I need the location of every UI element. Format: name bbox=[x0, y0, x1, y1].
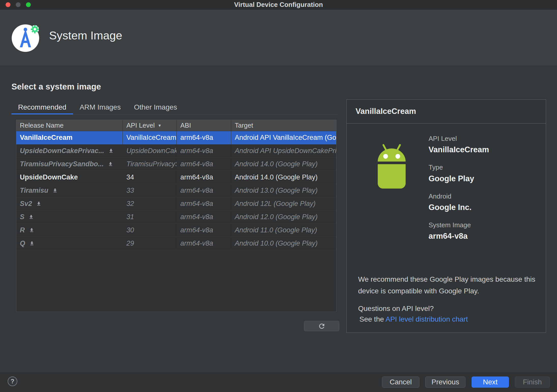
tab-bar: Recommended ARM Images Other Images bbox=[11, 101, 338, 115]
target-cell: Android 11.0 (Google Play) bbox=[231, 224, 336, 237]
android-robot-icon bbox=[370, 142, 414, 192]
field-label: System Image bbox=[429, 221, 489, 229]
detail-field-api-level: API Level VanillaIceCream bbox=[429, 135, 489, 154]
next-button[interactable]: Next bbox=[472, 376, 509, 388]
detail-field-type: Type Google Play bbox=[429, 163, 489, 183]
api-level-cell: 33 bbox=[123, 184, 177, 197]
release-name-cell: S bbox=[16, 210, 123, 223]
abi-cell: arm64-v8a bbox=[177, 144, 231, 157]
column-header-release-name[interactable]: Release Name bbox=[16, 120, 123, 131]
download-icon[interactable] bbox=[108, 161, 113, 167]
help-button[interactable]: ? bbox=[8, 376, 17, 386]
page-title: System Image bbox=[49, 29, 122, 42]
api-level-distribution-chart-link[interactable]: API level distribution chart bbox=[386, 315, 468, 323]
close-window-button[interactable] bbox=[6, 2, 10, 7]
section-heading: Select a system image bbox=[11, 82, 101, 92]
api-level-cell: 31 bbox=[123, 210, 177, 223]
target-cell: Android 13.0 (Google Play) bbox=[231, 184, 336, 197]
download-icon[interactable] bbox=[29, 241, 35, 246]
refresh-button[interactable] bbox=[304, 321, 339, 331]
table-row-upsidedowncake[interactable]: UpsideDownCake34arm64-v8aAndroid 14.0 (G… bbox=[16, 171, 336, 184]
cancel-button[interactable]: Cancel bbox=[382, 376, 419, 388]
target-cell: Android API VanillaIceCream (Google Play… bbox=[231, 131, 336, 144]
tab-arm-images[interactable]: ARM Images bbox=[73, 101, 127, 114]
target-cell: Android 12L (Google Play) bbox=[231, 197, 336, 210]
traffic-lights bbox=[6, 2, 31, 7]
api-level-cell: 32 bbox=[123, 197, 177, 210]
api-level-cell: 30 bbox=[123, 224, 177, 237]
column-header-abi[interactable]: ABI bbox=[177, 120, 231, 131]
finish-button[interactable]: Finish bbox=[515, 376, 550, 388]
release-name-cell: Sv2 bbox=[16, 197, 123, 210]
detail-field-system-image: System Image arm64-v8a bbox=[429, 221, 489, 241]
zoom-window-button[interactable] bbox=[26, 2, 31, 7]
detail-fields: API Level VanillaIceCream Type Google Pl… bbox=[429, 135, 489, 250]
release-name-cell: R bbox=[16, 224, 123, 237]
details-panel: VanillaIceCream API Level VanillaIceCrea… bbox=[346, 99, 546, 333]
release-name-cell: UpsideDownCakePrivac... bbox=[16, 144, 123, 157]
target-cell: Android 14.0 (Google Play) bbox=[231, 171, 336, 184]
abi-cell: arm64-v8a bbox=[177, 197, 231, 210]
titlebar: Virtual Device Configuration bbox=[0, 0, 557, 10]
release-name-cell: Tiramisu bbox=[16, 184, 123, 197]
table-row-upsidedowncakeprivac[interactable]: UpsideDownCakePrivac...UpsideDownCakearm… bbox=[16, 144, 336, 158]
tab-recommended[interactable]: Recommended bbox=[11, 101, 73, 114]
table-header: Release Name API Level ▼ ABI Target bbox=[16, 120, 336, 131]
sort-descending-icon: ▼ bbox=[158, 123, 162, 128]
detail-field-android: Android Google Inc. bbox=[429, 192, 489, 212]
download-icon[interactable] bbox=[36, 201, 41, 206]
window-title: Virtual Device Configuration bbox=[234, 1, 323, 9]
previous-button[interactable]: Previous bbox=[425, 376, 465, 388]
abi-cell: arm64-v8a bbox=[177, 224, 231, 237]
android-studio-logo-icon bbox=[10, 21, 42, 53]
api-level-cell: 34 bbox=[123, 171, 177, 184]
table-row-r[interactable]: R30arm64-v8aAndroid 11.0 (Google Play) bbox=[16, 224, 336, 237]
refresh-icon bbox=[318, 322, 326, 330]
api-level-cell: VanillaIceCream bbox=[123, 131, 177, 144]
table-row-sv2[interactable]: Sv232arm64-v8aAndroid 12L (Google Play) bbox=[16, 197, 336, 210]
download-icon[interactable] bbox=[108, 148, 114, 154]
release-name-cell: VanillaIceCream bbox=[16, 131, 123, 144]
column-label: Target bbox=[235, 122, 253, 129]
recommendation-text: We recommend these Google Play images be… bbox=[358, 274, 536, 297]
see-the-text: See the bbox=[359, 315, 384, 323]
api-level-link-line: See the API level distribution chart bbox=[359, 315, 468, 323]
field-label: Type bbox=[429, 163, 489, 171]
target-cell: Android 14.0 (Google Play) bbox=[231, 158, 336, 171]
table-row-q[interactable]: Q29arm64-v8aAndroid 10.0 (Google Play) bbox=[16, 237, 336, 250]
table-body: VanillaIceCreamVanillaIceCreamarm64-v8aA… bbox=[16, 131, 336, 250]
virtual-device-configuration-window: Virtual Device Configuration bbox=[0, 0, 557, 392]
column-header-target[interactable]: Target bbox=[231, 120, 336, 131]
field-value: Google Inc. bbox=[429, 203, 489, 212]
table-row-tiramisu[interactable]: Tiramisu33arm64-v8aAndroid 13.0 (Google … bbox=[16, 184, 336, 197]
table-row-tiramisuprivacysandbo[interactable]: TiramisuPrivacySandbo...TiramisuPrivacyS… bbox=[16, 158, 336, 171]
column-label: API Level bbox=[126, 122, 155, 129]
tab-other-images[interactable]: Other Images bbox=[127, 101, 184, 114]
api-level-cell: 29 bbox=[123, 237, 177, 250]
api-level-cell: UpsideDownCake bbox=[123, 144, 177, 157]
field-label: Android bbox=[429, 192, 489, 200]
download-icon[interactable] bbox=[29, 228, 34, 233]
field-label: API Level bbox=[429, 135, 489, 143]
abi-cell: arm64-v8a bbox=[177, 171, 231, 184]
release-name-cell: Q bbox=[16, 237, 123, 250]
question-mark-icon: ? bbox=[11, 378, 14, 385]
download-icon[interactable] bbox=[28, 214, 34, 220]
api-level-question: Questions on API level? bbox=[358, 305, 434, 313]
table-row-vanillaicecream[interactable]: VanillaIceCreamVanillaIceCreamarm64-v8aA… bbox=[16, 131, 336, 144]
target-cell: Android 10.0 (Google Play) bbox=[231, 237, 336, 250]
column-label: ABI bbox=[180, 122, 191, 129]
details-title: VanillaIceCream bbox=[356, 107, 416, 116]
column-label: Release Name bbox=[20, 122, 64, 129]
minimize-window-button[interactable] bbox=[16, 2, 21, 7]
wizard-header: System Image bbox=[0, 10, 557, 66]
footer-bar: ? Cancel Previous Next Finish bbox=[0, 373, 557, 392]
abi-cell: arm64-v8a bbox=[177, 158, 231, 171]
target-cell: Android API UpsideDownCakePrivacySandbox bbox=[231, 144, 336, 157]
field-value: Google Play bbox=[429, 174, 489, 183]
download-icon[interactable] bbox=[52, 188, 58, 193]
abi-cell: arm64-v8a bbox=[177, 184, 231, 197]
column-header-api-level[interactable]: API Level ▼ bbox=[123, 120, 177, 131]
field-value: arm64-v8a bbox=[429, 231, 489, 241]
table-row-s[interactable]: S31arm64-v8aAndroid 12.0 (Google Play) bbox=[16, 210, 336, 224]
